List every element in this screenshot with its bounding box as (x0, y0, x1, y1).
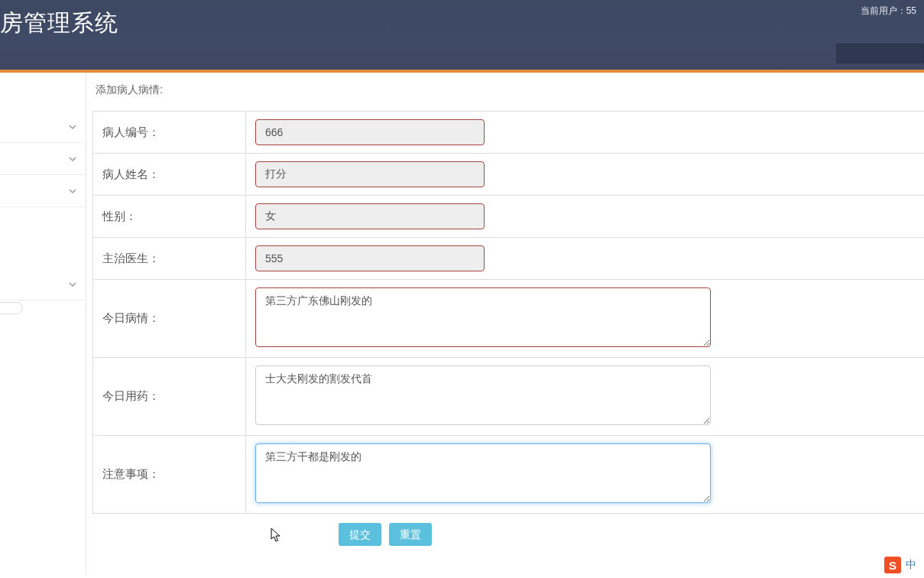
ime-indicator: S 中 (884, 557, 916, 573)
label-gender: 性别： (93, 196, 246, 238)
today-condition-textarea[interactable] (255, 287, 711, 347)
row-gender: 性别： (93, 196, 925, 238)
sidebar-item-2[interactable] (0, 143, 86, 175)
chevron-down-icon (69, 185, 76, 197)
row-today-condition: 今日病情： (93, 280, 925, 358)
form-button-row: 提交 重置 (92, 514, 924, 555)
chevron-down-icon (69, 121, 76, 133)
ime-sogou-icon: S (884, 557, 901, 573)
patient-name-input[interactable] (255, 161, 485, 187)
ime-lang-label: 中 (906, 558, 916, 572)
current-user-label: 当前用户：55 (861, 5, 916, 18)
body-wrap: 添加病人病情: 病人编号： 病人姓名： 性别： 主治 (0, 73, 924, 575)
gender-input[interactable] (255, 203, 485, 229)
sidebar-item-3[interactable] (0, 175, 86, 207)
label-today-condition: 今日病情： (93, 280, 246, 358)
row-patient-name: 病人姓名： (93, 154, 925, 196)
chevron-down-icon (69, 153, 76, 165)
label-patient-name: 病人姓名： (93, 154, 246, 196)
label-doctor: 主治医生： (93, 238, 246, 280)
row-doctor: 主治医生： (93, 238, 925, 280)
label-notes: 注意事项： (93, 436, 246, 514)
app-title: 房管理系统 (0, 0, 924, 39)
row-patient-id: 病人编号： (93, 112, 925, 154)
row-today-medicine: 今日用药： (93, 358, 925, 436)
label-patient-id: 病人编号： (93, 112, 246, 154)
form-title: 添加病人病情: (96, 83, 924, 97)
today-medicine-textarea[interactable] (255, 365, 711, 425)
patient-form-table: 病人编号： 病人姓名： 性别： 主治医生： (92, 111, 924, 514)
patient-id-input[interactable] (255, 119, 485, 145)
sidebar-item-4[interactable] (0, 268, 86, 300)
notes-textarea[interactable] (255, 443, 711, 503)
chevron-down-icon (69, 278, 76, 291)
header-nav-button[interactable] (836, 44, 924, 63)
sidebar-extra-pill (0, 302, 23, 314)
reset-button[interactable]: 重置 (389, 523, 432, 546)
sidebar (0, 73, 86, 575)
label-today-medicine: 今日用药： (93, 358, 246, 436)
app-header: 房管理系统 当前用户：55 (0, 0, 924, 73)
doctor-input[interactable] (255, 245, 485, 271)
submit-button[interactable]: 提交 (339, 523, 381, 546)
row-notes: 注意事项： (93, 436, 925, 514)
main-content: 添加病人病情: 病人编号： 病人姓名： 性别： 主治 (86, 73, 924, 575)
sidebar-item-1[interactable] (0, 111, 86, 143)
